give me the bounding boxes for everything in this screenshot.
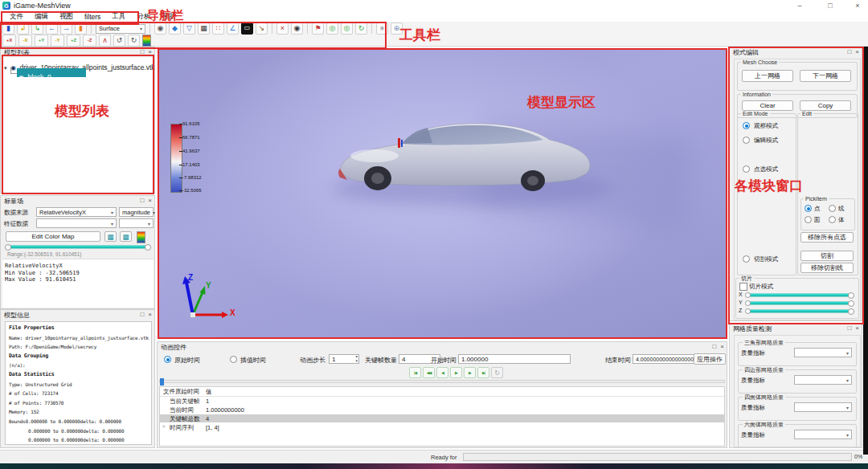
prev-frame-button[interactable]: ◀	[436, 367, 448, 378]
view-plus-y-icon[interactable]: +Y	[35, 35, 48, 47]
pick-point-radio[interactable]	[805, 205, 812, 212]
rotate-cw-90-icon[interactable]: ↻	[128, 35, 140, 47]
view-plus-z-icon[interactable]: +Z	[67, 35, 80, 47]
visibility-icon[interactable]: ◉	[154, 22, 166, 35]
clip-filter-icon[interactable]: ▽	[183, 22, 195, 35]
delete-icon[interactable]: ▮	[75, 22, 87, 35]
edit-colormap-button[interactable]: Edit Color Map	[6, 231, 100, 242]
colormap-invert-icon[interactable]: ▦	[120, 231, 132, 242]
float-panel-icon[interactable]: □	[140, 197, 144, 205]
tet-quality-select[interactable]: ▾	[794, 402, 852, 412]
timeline-slider[interactable]	[159, 380, 725, 383]
slice-mode-checkbox[interactable]	[739, 283, 747, 291]
data-source-select[interactable]: RelativeVelocityX ▾	[36, 207, 117, 217]
table-row[interactable]: 当前关键帧 1	[160, 397, 724, 405]
copy-button[interactable]: Copy	[800, 100, 851, 111]
remove-all-picks-button[interactable]: 移除所有点选	[800, 232, 854, 243]
remove-selection-icon[interactable]: ×	[276, 22, 289, 35]
slider-handle[interactable]	[848, 300, 854, 307]
close-panel-icon[interactable]: ×	[720, 343, 724, 351]
cut-button[interactable]: 切割	[800, 251, 854, 261]
menu-view[interactable]: 视图	[54, 12, 79, 22]
range-max-handle[interactable]	[145, 244, 151, 251]
close-panel-icon[interactable]: ×	[855, 48, 859, 56]
remove-cutline-button[interactable]: 移除切割线	[800, 263, 854, 273]
next-frame-button[interactable]: ▶	[464, 367, 476, 378]
save-icon[interactable]: ▮	[2, 22, 14, 35]
prev-key-button[interactable]: ◀◀	[423, 367, 435, 378]
pick-line-radio[interactable]	[829, 205, 836, 212]
float-panel-icon[interactable]: □	[847, 324, 851, 332]
slider-handle[interactable]	[848, 308, 854, 315]
prev-mesh-button[interactable]: 上一网格	[742, 70, 793, 82]
menu-filters[interactable]: filters	[79, 13, 106, 21]
tree-expander-icon[interactable]: ▾	[4, 65, 7, 71]
gear-icon[interactable]: ◎	[326, 22, 338, 35]
refresh-icon[interactable]: ↻	[355, 22, 367, 35]
flag-icon[interactable]: ⚑	[312, 22, 324, 35]
view-minus-x-icon[interactable]: -X	[18, 35, 32, 47]
menu-tools[interactable]: 工具	[106, 12, 131, 22]
graph-icon[interactable]: ∗	[376, 22, 388, 35]
view-minus-y-icon[interactable]: -Y	[51, 35, 64, 47]
feature-component-select[interactable]: ▾	[119, 218, 154, 228]
representation-select[interactable]: Surface ▾	[96, 24, 145, 34]
quad-quality-select[interactable]: ▾	[794, 375, 852, 385]
probe-icon[interactable]: ↘	[256, 22, 268, 35]
menu-help[interactable]: 帮助	[156, 12, 181, 22]
close-panel-icon[interactable]: ×	[855, 324, 859, 332]
feature-data-select[interactable]: ▾	[36, 218, 117, 228]
table-row[interactable]: 当前时间 1.0000000000	[160, 406, 724, 414]
rotate-axis-icon[interactable]: ∧	[99, 35, 111, 47]
component-select[interactable]: magnitude ▾	[119, 207, 154, 217]
minimize-button[interactable]: –	[794, 1, 805, 10]
slider-handle[interactable]	[745, 308, 751, 314]
loop-button[interactable]: ↻	[491, 367, 503, 378]
interp-time-radio[interactable]	[230, 356, 237, 363]
close-panel-icon[interactable]: ×	[148, 197, 152, 205]
eye-icon[interactable]: ◉	[291, 22, 303, 35]
tri-quality-select[interactable]: ▾	[794, 348, 852, 357]
redo-icon[interactable]: →	[60, 22, 72, 35]
slider-handle[interactable]	[848, 292, 854, 299]
rotate-ccw-90-icon[interactable]: ↺	[113, 35, 125, 47]
sphere-icon[interactable]: ⊕	[391, 22, 403, 35]
table-row-selected[interactable]: 关键帧总数 4	[160, 414, 724, 422]
float-panel-icon[interactable]: □	[847, 48, 851, 56]
close-button[interactable]: ×	[852, 1, 863, 10]
tree-root-row[interactable]: ▾ ◉ driver_10pointarray_allpoints_justsu…	[4, 59, 155, 67]
slice-x-slider[interactable]	[746, 293, 854, 297]
measure-icon[interactable]: ∠	[227, 22, 239, 35]
car-model[interactable]	[159, 50, 726, 337]
view-minus-z-icon[interactable]: -Z	[83, 35, 96, 47]
colormap-icon[interactable]	[142, 35, 151, 47]
observe-mode-radio[interactable]	[743, 122, 750, 129]
maximize-button[interactable]: □	[825, 1, 836, 10]
last-frame-button[interactable]: ▶|	[477, 367, 489, 378]
row-expander-icon[interactable]: >	[162, 424, 166, 429]
cell-filter-icon[interactable]: ▦	[198, 22, 210, 35]
slider-handle[interactable]	[745, 292, 751, 298]
spin-down-icon[interactable]: ▾	[355, 358, 358, 363]
slice-y-slider[interactable]	[746, 301, 854, 305]
close-panel-icon[interactable]: ×	[148, 48, 152, 56]
table-row[interactable]: > 时间序列 [1, 4]	[160, 423, 724, 431]
float-panel-icon[interactable]: □	[140, 48, 144, 56]
edit-mode-radio[interactable]	[743, 137, 750, 144]
apply-button[interactable]: 应用操作	[694, 353, 726, 365]
float-panel-icon[interactable]: □	[712, 343, 716, 351]
colormap-preview-icon[interactable]	[137, 231, 145, 243]
first-frame-button[interactable]: |◀	[409, 367, 421, 378]
pick-mode-radio[interactable]	[743, 165, 750, 173]
menu-file[interactable]: 文件	[4, 12, 29, 22]
viewport-3d[interactable]: 91.6105 66.7871 41.9637 17.1403 -7.68312…	[158, 48, 727, 339]
colormap-preset-icon[interactable]: ▦	[104, 231, 117, 242]
cut-mode-radio[interactable]	[743, 255, 750, 263]
clear-button[interactable]: Clear	[742, 100, 793, 111]
point-filter-icon[interactable]: ∷	[212, 22, 224, 35]
gear2-icon[interactable]: ◎	[341, 22, 353, 35]
original-time-radio[interactable]	[164, 356, 171, 363]
view-plus-x-icon[interactable]: +X	[2, 35, 16, 47]
close-panel-icon[interactable]: ×	[148, 311, 152, 319]
start-time-input[interactable]: 1.000000	[458, 354, 571, 364]
